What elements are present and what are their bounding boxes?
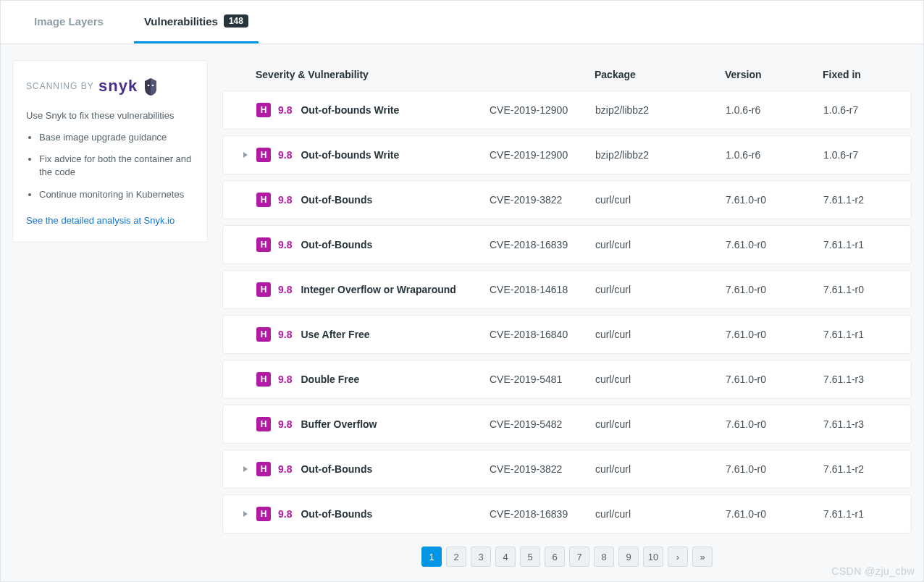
svg-point-1 — [147, 85, 149, 87]
main-panel: Severity & Vulnerability Package Version… — [208, 60, 912, 570]
cell-fixed-in: 7.61.1-r2 — [823, 194, 891, 206]
watermark: CSDN @zju_cbw — [831, 565, 915, 577]
vuln-title: Integer Overflow or Wraparound — [301, 284, 455, 295]
cell-severity: H9.8Integer Overflow or Wraparound — [256, 282, 490, 297]
vuln-row[interactable]: H9.8Double FreeCVE-2019-5481curl/curl7.6… — [222, 360, 912, 399]
cell-package: curl/curl — [595, 374, 726, 385]
severity-score: 9.8 — [278, 284, 292, 295]
severity-badge: H — [256, 462, 271, 476]
page-button[interactable]: 8 — [594, 547, 614, 567]
tab-image-layers[interactable]: Image Layers — [24, 1, 114, 43]
page-button[interactable]: 7 — [569, 547, 589, 567]
scanning-by-row: SCANNING BY snyk — [26, 77, 194, 96]
sidebar-link-line: See the detailed analysis at Snyk.io — [26, 214, 194, 226]
tab-vulnerabilities[interactable]: Vulnerabilities 148 — [134, 1, 259, 43]
col-header-severity: Severity & Vulnerability — [256, 69, 489, 80]
snyk-logo-icon: snyk — [98, 77, 164, 96]
cell-version: 7.61.0-r0 — [726, 284, 823, 295]
cell-cve: CVE-2019-3822 — [490, 463, 595, 475]
sidebar-bullet: Fix advice for both the container and th… — [39, 153, 194, 179]
vuln-row[interactable]: H9.8Use After FreeCVE-2018-16840curl/cur… — [222, 315, 912, 354]
vuln-row[interactable]: H9.8Out-of-BoundsCVE-2018-16839curl/curl… — [222, 225, 912, 264]
page-button[interactable]: 9 — [618, 547, 639, 567]
cell-severity: H9.8Out-of-Bounds — [256, 193, 490, 207]
vuln-title: Out-of-Bounds — [301, 239, 372, 250]
page-button[interactable]: 2 — [446, 547, 466, 567]
cell-version: 7.61.0-r0 — [726, 418, 823, 430]
cell-package: curl/curl — [595, 463, 726, 475]
page-next-button[interactable]: › — [668, 547, 688, 567]
vuln-count-badge: 148 — [224, 14, 248, 28]
page-button[interactable]: 10 — [643, 547, 663, 567]
cell-fixed-in: 7.61.1-r0 — [823, 284, 891, 295]
sidebar-scanning: SCANNING BY snyk Use Snyk to fix these v… — [12, 60, 208, 242]
cell-package: curl/curl — [595, 239, 726, 250]
cell-version: 1.0.6-r6 — [726, 104, 823, 116]
vuln-title: Out-of-Bounds — [301, 508, 372, 520]
cell-fixed-in: 7.61.1-r2 — [823, 463, 891, 475]
tab-bar: Image Layers Vulnerabilities 148 — [1, 1, 923, 44]
severity-badge: H — [256, 282, 271, 297]
cell-severity: H9.8Buffer Overflow — [256, 417, 490, 431]
cell-severity: H9.8Use After Free — [256, 327, 490, 342]
page-button[interactable]: 4 — [495, 547, 516, 567]
cell-fixed-in: 7.61.1-r1 — [823, 508, 891, 520]
tab-label: Vulnerabilities — [144, 15, 218, 28]
severity-badge: H — [256, 507, 271, 521]
snyk-link[interactable]: Snyk.io — [144, 215, 175, 226]
content-area: SCANNING BY snyk Use Snyk to fix these v… — [1, 44, 923, 581]
cell-fixed-in: 1.0.6-r7 — [823, 149, 891, 161]
vuln-row[interactable]: H9.8Integer Overflow or WraparoundCVE-20… — [222, 270, 912, 309]
severity-score: 9.8 — [278, 418, 292, 430]
severity-badge: H — [256, 148, 271, 162]
page-button[interactable]: 6 — [545, 547, 565, 567]
cell-package: bzip2/libbz2 — [595, 104, 726, 116]
sidebar-link-prefix: See the detailed analysis at — [26, 215, 144, 226]
col-header-package: Package — [595, 69, 725, 80]
severity-badge: H — [256, 193, 271, 207]
page-button[interactable]: 1 — [421, 547, 442, 567]
vuln-row[interactable]: H9.8Out-of-bounds WriteCVE-2019-12900bzi… — [222, 90, 912, 130]
expand-toggle-icon[interactable] — [235, 465, 256, 473]
cell-cve: CVE-2018-16839 — [490, 239, 595, 250]
cell-package: curl/curl — [595, 508, 726, 520]
page-last-button[interactable]: » — [692, 547, 713, 567]
svg-point-2 — [151, 85, 154, 87]
sidebar-desc: Use Snyk to fix these vulnerabilities — [26, 110, 194, 121]
vuln-title: Buffer Overflow — [301, 418, 377, 430]
sidebar-bullets: Base image upgrade guidance Fix advice f… — [26, 131, 194, 201]
expand-toggle-icon[interactable] — [235, 510, 256, 518]
expand-toggle-icon[interactable] — [235, 151, 256, 159]
cell-severity: H9.8Out-of-bounds Write — [256, 103, 490, 117]
svg-text:snyk: snyk — [98, 77, 138, 95]
vuln-row[interactable]: H9.8Buffer OverflowCVE-2019-5482curl/cur… — [222, 405, 912, 444]
cell-severity: H9.8Out-of-Bounds — [256, 462, 490, 476]
page-button[interactable]: 5 — [520, 547, 540, 567]
vuln-row[interactable]: H9.8Out-of-BoundsCVE-2019-3822curl/curl7… — [222, 180, 912, 219]
vuln-row[interactable]: H9.8Out-of-BoundsCVE-2019-3822curl/curl7… — [222, 450, 912, 489]
severity-badge: H — [256, 372, 271, 387]
rows-container: H9.8Out-of-bounds WriteCVE-2019-12900bzi… — [222, 90, 912, 534]
app-frame: Image Layers Vulnerabilities 148 SCANNIN… — [0, 0, 924, 582]
vuln-title: Out-of-Bounds — [301, 463, 372, 475]
severity-score: 9.8 — [278, 463, 292, 475]
page-button[interactable]: 3 — [471, 547, 491, 567]
cell-version: 7.61.0-r0 — [726, 463, 823, 475]
vuln-row[interactable]: H9.8Out-of-bounds WriteCVE-2019-12900bzi… — [222, 135, 912, 174]
pagination: 12345678910›» — [222, 547, 912, 567]
severity-badge: H — [256, 417, 271, 431]
cell-version: 7.61.0-r0 — [726, 374, 823, 385]
cell-cve: CVE-2018-14618 — [490, 284, 595, 295]
severity-score: 9.8 — [278, 104, 292, 116]
cell-package: curl/curl — [595, 329, 726, 340]
vuln-title: Out-of-bounds Write — [301, 104, 399, 116]
severity-badge: H — [256, 237, 271, 252]
cell-package: curl/curl — [595, 418, 726, 430]
cell-cve: CVE-2019-3822 — [490, 194, 595, 206]
cell-fixed-in: 7.61.1-r3 — [823, 418, 891, 430]
table-header: Severity & Vulnerability Package Version… — [222, 60, 912, 90]
cell-version: 7.61.0-r0 — [726, 194, 823, 206]
cell-cve: CVE-2018-16839 — [490, 508, 595, 520]
tab-label: Image Layers — [34, 15, 104, 28]
vuln-row[interactable]: H9.8Out-of-BoundsCVE-2018-16839curl/curl… — [222, 494, 912, 534]
